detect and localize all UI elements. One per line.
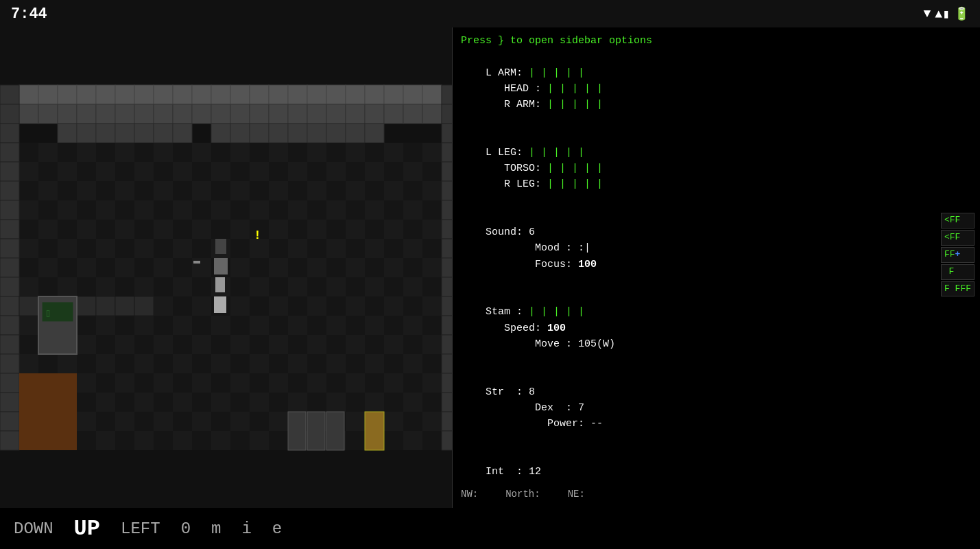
- ctrl-0[interactable]: 0: [181, 519, 191, 538]
- body-row-2: L LEG: | | | | | TORSO: | | | | | R LEG:…: [461, 129, 972, 209]
- scroll-buttons[interactable]: <FF <FF FF+ F F FFF: [941, 213, 975, 296]
- game-canvas: [0, 27, 453, 508]
- scroll-btn-5[interactable]: F FFF: [941, 281, 975, 297]
- ctrl-e[interactable]: e: [272, 519, 282, 538]
- bottom-controls-bar: DOWN UP LEFT 0 m i e: [0, 508, 980, 549]
- stam-speed-move-row: Stam : | | | | | Speed: 100 Move : 105(W…: [461, 288, 972, 368]
- status-icons: ▼ ▲▮ 🔋: [924, 6, 969, 21]
- battery-icon: 🔋: [954, 6, 969, 21]
- body-row-1: L ARM: | | | | | HEAD : | | | | | R ARM:…: [461, 49, 972, 128]
- compass-ne: NE:: [568, 489, 585, 500]
- compass-north: North:: [505, 489, 540, 500]
- wifi-icon: ▼: [924, 7, 931, 21]
- str-dex-power-row: Str : 8 Dex : 7 Power: --: [461, 368, 972, 447]
- sound-mood-focus-row: Sound: 6 Mood : :| Focus: 100: [461, 209, 972, 288]
- stats-panel: Press } to open sidebar options L ARM: |…: [453, 27, 980, 508]
- ctrl-down[interactable]: DOWN: [14, 519, 53, 538]
- scroll-btn-3[interactable]: FF+: [941, 247, 975, 263]
- scroll-btn-1[interactable]: <FF: [941, 213, 975, 229]
- compass-bar: NW: North: NE:: [453, 480, 980, 508]
- status-bar: 7:44 ▼ ▲▮ 🔋: [0, 0, 980, 27]
- scroll-btn-4[interactable]: F: [941, 264, 975, 280]
- ctrl-left[interactable]: LEFT: [121, 519, 160, 538]
- press-hint: Press } to open sidebar options: [461, 33, 972, 49]
- ctrl-i[interactable]: i: [241, 519, 251, 538]
- ctrl-m[interactable]: m: [211, 519, 221, 538]
- clock: 7:44: [11, 5, 47, 23]
- compass-nw: NW:: [461, 489, 478, 500]
- signal-icon: ▲▮: [935, 6, 950, 21]
- ctrl-up[interactable]: UP: [74, 516, 100, 541]
- game-viewport[interactable]: [0, 27, 453, 508]
- scroll-btn-2[interactable]: <FF: [941, 230, 975, 246]
